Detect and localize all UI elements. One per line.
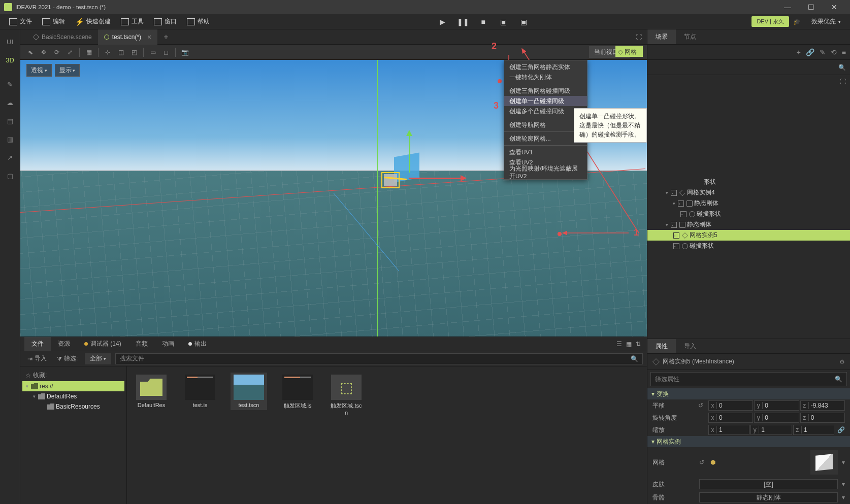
rail-3d[interactable]: 3D — [2, 52, 18, 68]
tab-scene[interactable]: 场景 — [647, 29, 676, 44]
pause-button[interactable]: ❚❚ — [453, 16, 473, 28]
menu-window[interactable]: 窗口 — [149, 14, 182, 29]
file-trigger-is[interactable]: 触发区域.is — [279, 373, 316, 412]
rail-ui[interactable]: UI — [2, 33, 18, 50]
tab-properties[interactable]: 属性 — [647, 339, 676, 353]
ctx-view-uv1[interactable]: 查看UV1 — [504, 147, 587, 157]
bp-tab-output[interactable]: 输出 — [181, 337, 214, 351]
link-icon[interactable]: 🔗 — [806, 48, 814, 56]
tab-import[interactable]: 导入 — [676, 339, 704, 353]
sort-icon[interactable]: ⇅ — [636, 341, 641, 348]
ctx-create-trimesh-static[interactable]: 创建三角网格静态实体 — [504, 62, 587, 72]
reset-icon[interactable]: ↺ — [699, 459, 706, 466]
maximize-button[interactable]: ☐ — [799, 0, 823, 14]
gizmo-x-axis[interactable] — [409, 178, 465, 179]
select-tool-icon[interactable]: ⬉ — [24, 46, 37, 58]
tree-res-root[interactable]: ▾res:// — [22, 381, 124, 391]
perspective-dropdown[interactable]: 透视 — [26, 64, 52, 77]
file-test-tscn[interactable]: test.tscn — [231, 373, 267, 410]
node-mesh4[interactable]: ▾网格实例4 — [647, 187, 850, 198]
local-coords-icon[interactable]: ⊹ — [102, 46, 114, 58]
gizmo-y-axis[interactable] — [409, 132, 410, 173]
rail-pen-icon[interactable]: ✎ — [2, 76, 18, 92]
viewport-3d[interactable]: 透视 显示 3 创建三角网格静态实体 一键转化为刚体 创建三角网格碰撞同级 创建… — [20, 60, 647, 337]
rotate-y-input[interactable]: y0 — [754, 413, 799, 423]
play-custom-button[interactable]: ▣ — [514, 16, 534, 28]
distraction-free-icon[interactable]: ⛶ — [631, 33, 647, 41]
ruler-icon[interactable]: ◰ — [128, 46, 140, 58]
rail-device-icon[interactable]: ▢ — [2, 167, 18, 184]
menu-quick-create[interactable]: ⚡快速创建 — [70, 14, 116, 29]
ctx-create-single-convex-sibling[interactable]: 创建单一凸碰撞同级 — [504, 96, 587, 106]
skin-dropdown[interactable]: [空] — [699, 479, 838, 489]
translate-y-input[interactable]: y0 — [754, 400, 799, 411]
display-dropdown[interactable]: 显示 — [55, 64, 80, 77]
scale-y-input[interactable]: y1 — [750, 425, 792, 435]
mesh-menu-button[interactable]: 网格 — [615, 47, 640, 57]
node-mesh5[interactable]: 网格实例5 — [647, 230, 850, 241]
ctx-bake-uv2[interactable]: 为光照映射/环境光遮蔽展开UV2 — [504, 167, 587, 178]
file-test-is[interactable]: test.is — [182, 373, 218, 410]
tab-node[interactable]: 节点 — [676, 29, 704, 44]
node-collision-2[interactable]: 碰撞形状 — [647, 241, 850, 251]
rotate-tool-icon[interactable]: ⟳ — [51, 46, 63, 58]
tab-basic-scene[interactable]: BasicScene.scene — [27, 29, 98, 45]
grid-view-icon[interactable]: ▦ — [626, 341, 632, 348]
tab-add-button[interactable]: + — [157, 32, 174, 42]
ungroup-icon[interactable]: ◻ — [160, 46, 172, 58]
rotate-z-input[interactable]: z0 — [800, 413, 845, 423]
mesh-preview[interactable] — [810, 450, 838, 475]
script-icon[interactable]: ✎ — [820, 48, 826, 56]
tree-basic-resources[interactable]: BasicResources — [22, 401, 124, 412]
node-static-body-2[interactable]: ▾静态刚体 — [647, 219, 850, 230]
reset-icon[interactable]: ↺ — [698, 402, 705, 409]
translate-x-input[interactable]: x0 — [708, 400, 753, 411]
link-scale-icon[interactable]: 🔗 — [837, 426, 845, 433]
tree-default-res[interactable]: ▾DefaultRes — [22, 391, 124, 401]
expand-all-icon[interactable]: ⟲ — [831, 48, 837, 56]
dropdown-arrow-icon[interactable]: ▾ — [842, 494, 845, 501]
grid-snap-icon[interactable]: ◫ — [115, 46, 127, 58]
filter-all-dropdown[interactable]: 全部 — [85, 353, 111, 364]
bp-tab-animation[interactable]: 动画 — [155, 337, 181, 351]
ctx-convert-to-rigid[interactable]: 一键转化为刚体 — [504, 72, 587, 82]
tab-close-icon[interactable]: × — [147, 33, 151, 41]
rotate-x-input[interactable]: x0 — [708, 413, 753, 423]
camera-icon[interactable]: 📷 — [179, 46, 191, 58]
rail-export-icon[interactable]: ↗ — [2, 149, 18, 165]
play-scene-button[interactable]: ▣ — [494, 16, 514, 28]
minimize-button[interactable]: — — [776, 0, 799, 14]
settings-icon[interactable]: ⚙ — [839, 358, 845, 365]
move-tool-icon[interactable]: ✥ — [38, 46, 50, 58]
graduation-icon[interactable]: 🎓 — [793, 18, 802, 25]
add-node-icon[interactable]: + — [797, 48, 801, 56]
play-button[interactable]: ▶ — [433, 16, 453, 28]
rail-cloud-icon[interactable]: ☁ — [2, 94, 18, 111]
scale-z-input[interactable]: z1 — [793, 425, 834, 435]
skeleton-dropdown[interactable]: 静态刚体 — [699, 492, 838, 502]
node-static-body-1[interactable]: ▾静态刚体 — [647, 198, 850, 209]
menu-tools[interactable]: 工具 — [116, 14, 149, 29]
scale-tool-icon[interactable]: ⤢ — [64, 46, 76, 58]
file-search-input[interactable]: 搜索文件 🔍 — [115, 353, 643, 364]
snap-tool-icon[interactable]: ▦ — [83, 46, 95, 58]
cube-resource-icon[interactable]: ⬢ — [710, 459, 715, 466]
section-mesh-instance[interactable]: ▾网格实例 — [647, 436, 850, 447]
rail-server-icon[interactable]: ▤ — [2, 113, 18, 129]
bp-tab-debugger[interactable]: 调试器 (14) — [77, 337, 128, 351]
property-filter-input[interactable]: 筛选属性🔍 — [650, 372, 847, 386]
fullscreen-icon[interactable]: ⛶ — [840, 78, 846, 85]
file-trigger-tscn[interactable]: ⬚ 触发区域.tscn — [328, 373, 365, 418]
translate-z-input[interactable]: z-9.843 — [800, 400, 845, 411]
bp-tab-resource[interactable]: 资源 — [51, 337, 77, 351]
stop-button[interactable]: ■ — [473, 16, 494, 28]
scale-x-input[interactable]: x1 — [708, 425, 749, 435]
dropdown-arrow-icon[interactable]: ▾ — [842, 459, 845, 466]
bp-tab-file[interactable]: 文件 — [24, 337, 51, 351]
menu-help[interactable]: 帮助 — [182, 14, 215, 29]
more-icon[interactable]: ≡ — [842, 48, 846, 56]
group-icon[interactable]: ▭ — [147, 46, 159, 58]
node-collision-1[interactable]: 碰撞形状 — [647, 209, 850, 219]
filter-button[interactable]: ⧩筛选: — [54, 353, 81, 364]
menu-edit[interactable]: 编辑 — [37, 14, 70, 29]
